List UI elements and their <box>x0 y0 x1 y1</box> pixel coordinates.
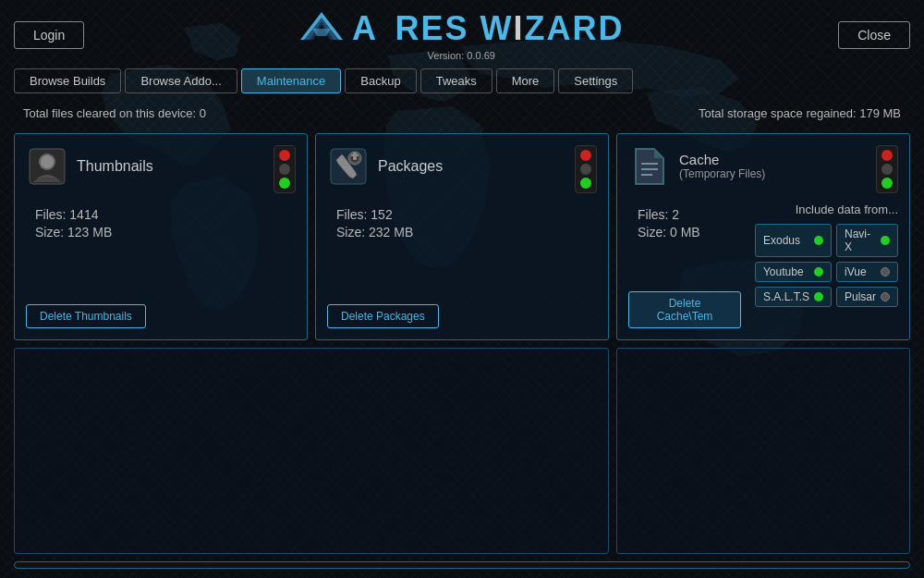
thumbnails-card-header: Thumbnails <box>26 145 296 193</box>
files-cleared-stat: Total files cleared on this device: 0 <box>23 106 206 120</box>
empty-card-right <box>616 348 910 555</box>
cache-subtitle: (Temporary Files) <box>679 167 765 180</box>
logo-area: A RES WIZARD Version: 0.0.69 <box>298 9 625 61</box>
cache-card-header: Cache (Temporary Files) <box>628 145 898 193</box>
packages-traffic-light <box>575 145 597 193</box>
delete-packages-button[interactable]: Delete Packages <box>327 304 439 328</box>
ivue-dot <box>881 267 890 277</box>
packages-files: Files: 152 <box>336 207 597 222</box>
light-yellow-2 <box>580 164 591 175</box>
light-green-2 <box>580 178 591 189</box>
ivue-label: iVue <box>845 265 867 278</box>
close-button[interactable]: Close <box>838 21 910 49</box>
progress-bar <box>14 561 910 569</box>
exodus-dot <box>814 236 823 245</box>
salts-label: S.A.L.T.S <box>763 290 809 303</box>
light-red-2 <box>580 150 591 161</box>
nav-tabs: Browse Builds Browse Addo... Maintenance… <box>0 68 924 101</box>
cache-card: Cache (Temporary Files) Files: 2 <box>616 133 910 340</box>
pulsar-label: Pulsar <box>845 290 876 303</box>
wrench-icon <box>327 145 369 187</box>
cache-stats: Files: 2 Size: 0 MB <box>628 203 741 282</box>
tab-tweaks[interactable]: Tweaks <box>420 68 492 93</box>
packages-stats: Files: 152 Size: 232 MB <box>327 203 597 295</box>
tab-browse-addons[interactable]: Browse Addo... <box>125 68 237 93</box>
version-text: Version: 0.0.69 <box>428 50 495 61</box>
navix-label: Navi-X <box>845 228 876 253</box>
thumbnails-title: Thumbnails <box>77 158 153 175</box>
thumbnails-size: Size: 123 MB <box>35 225 296 240</box>
salts-dot <box>814 292 823 301</box>
cache-size: Size: 0 MB <box>638 225 741 240</box>
include-item-youtube[interactable]: Youtube <box>755 262 832 282</box>
light-yellow <box>279 164 290 175</box>
youtube-dot <box>814 267 823 277</box>
progress-bar-container <box>0 554 924 578</box>
thumbnails-footer: Delete Thumbnails <box>26 295 296 328</box>
cache-title: Cache <box>679 152 765 167</box>
thumbnails-traffic-light <box>274 145 296 193</box>
tab-settings[interactable]: Settings <box>558 68 633 93</box>
tab-more[interactable]: More <box>496 68 555 93</box>
cache-traffic-light <box>876 145 898 193</box>
packages-card-header: Packages <box>327 145 597 193</box>
logo-text: A RES WIZARD <box>352 9 625 48</box>
pulsar-dot <box>881 292 890 301</box>
light-green-3 <box>881 178 893 189</box>
include-grid: Exodus Navi-X Youtube <box>755 224 898 307</box>
header: Login A RES WIZARD Version: 0.0.69 Close <box>0 0 924 68</box>
cache-body: Files: 2 Size: 0 MB Delete Cache\Tem Inc… <box>628 203 898 328</box>
cache-footer: Delete Cache\Tem <box>628 282 741 328</box>
tab-browse-builds[interactable]: Browse Builds <box>14 68 121 93</box>
delete-thumbnails-button[interactable]: Delete Thumbnails <box>26 304 146 328</box>
file-icon <box>628 145 670 187</box>
cards-grid: Thumbnails Files: 1414 Size: 123 MB Dele… <box>14 133 910 554</box>
stats-row: Total files cleared on this device: 0 To… <box>14 101 910 126</box>
packages-size: Size: 232 MB <box>336 225 597 240</box>
light-green <box>279 178 290 189</box>
include-item-navix[interactable]: Navi-X <box>836 224 898 257</box>
packages-card: Packages Files: 152 Size: 232 MB Delete … <box>315 133 609 340</box>
login-button[interactable]: Login <box>14 21 84 49</box>
include-item-pulsar[interactable]: Pulsar <box>836 287 898 307</box>
cache-include-area: Include data from... Exodus Navi-X <box>755 203 898 328</box>
thumbnails-files: Files: 1414 <box>35 207 296 222</box>
cache-left: Files: 2 Size: 0 MB Delete Cache\Tem <box>628 203 741 328</box>
navix-dot <box>881 236 890 245</box>
cache-files: Files: 2 <box>638 207 741 222</box>
logo-icon <box>298 10 345 47</box>
include-item-salts[interactable]: S.A.L.T.S <box>755 287 832 307</box>
include-item-exodus[interactable]: Exodus <box>755 224 832 257</box>
delete-cache-button[interactable]: Delete Cache\Tem <box>628 291 741 328</box>
light-red <box>279 150 290 161</box>
include-header: Include data from... <box>755 203 898 216</box>
tab-backup[interactable]: Backup <box>345 68 416 93</box>
thumbnails-stats: Files: 1414 Size: 123 MB <box>26 203 296 295</box>
exodus-label: Exodus <box>763 234 800 247</box>
svg-point-2 <box>41 155 54 168</box>
tab-maintenance[interactable]: Maintenance <box>241 68 341 93</box>
youtube-label: Youtube <box>763 265 804 278</box>
empty-card-left <box>14 348 609 555</box>
packages-title: Packages <box>378 158 443 175</box>
light-red-3 <box>881 150 893 161</box>
include-item-ivue[interactable]: iVue <box>836 262 898 282</box>
light-yellow-3 <box>881 164 893 175</box>
packages-footer: Delete Packages <box>327 295 597 328</box>
main-content: Total files cleared on this device: 0 To… <box>0 101 924 554</box>
storage-regained-stat: Total storage space regained: 179 MB <box>699 106 901 120</box>
thumb-icon <box>26 145 67 187</box>
thumbnails-card: Thumbnails Files: 1414 Size: 123 MB Dele… <box>14 133 308 340</box>
